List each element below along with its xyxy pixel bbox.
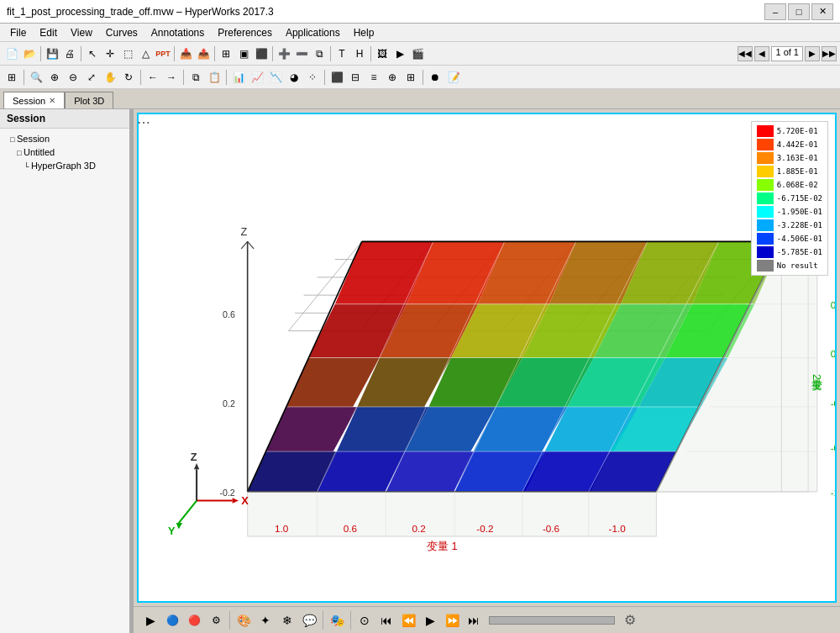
zoom-fit-icon[interactable]: ⤢: [83, 69, 100, 86]
select-all-icon[interactable]: ⊞: [3, 69, 20, 86]
zoom-in-icon[interactable]: ⊕: [46, 69, 63, 86]
minimize-button[interactable]: –: [764, 3, 786, 20]
bar-icon[interactable]: 📉: [267, 69, 284, 86]
toolbar-2: ⊞ 🔍 ⊕ ⊖ ⤢ ✋ ↻ ← → ⧉ 📋 📊 📈 📉 ◕ ⁘ ⬛ ⊟ ≡ ⊕ …: [0, 66, 840, 89]
video-icon[interactable]: ▶: [391, 45, 408, 62]
copy-icon[interactable]: ⧉: [187, 69, 204, 86]
move-icon[interactable]: ✛: [102, 45, 118, 62]
duplicate-page-icon[interactable]: ⧉: [311, 45, 328, 62]
overlay-icon[interactable]: ⊕: [384, 69, 401, 86]
menu-item-annotations[interactable]: Annotations: [144, 25, 211, 40]
zoom-out-icon[interactable]: ⊖: [65, 69, 81, 86]
tree-item-hypergraph[interactable]: └ HyperGraph 3D: [3, 159, 126, 172]
plot-btn1[interactable]: ⊙: [354, 610, 375, 630]
plot-ff-icon[interactable]: ⏭: [464, 610, 484, 630]
script-icon[interactable]: 📝: [445, 69, 462, 86]
menu-item-file[interactable]: File: [3, 25, 33, 40]
stack-icon[interactable]: ≡: [365, 69, 382, 86]
split-icon[interactable]: ⊟: [347, 69, 364, 86]
plot-color-icon[interactable]: 🎨: [234, 610, 254, 630]
plot-icon[interactable]: 📊: [230, 69, 247, 86]
tile-icon[interactable]: ⊞: [402, 69, 419, 86]
legend-label: No result: [777, 261, 818, 270]
sidebar-header: Session: [0, 109, 129, 129]
menu-item-applications[interactable]: Applications: [279, 25, 347, 40]
zoom-icon[interactable]: 🔍: [28, 69, 45, 86]
menu-item-curves[interactable]: Curves: [99, 25, 144, 40]
svg-text:0.2: 0.2: [831, 349, 835, 360]
add-page-icon[interactable]: ➕: [276, 45, 292, 62]
scatter-icon[interactable]: ⁘: [304, 69, 321, 86]
next-page[interactable]: ▶: [805, 46, 820, 61]
delete-page-icon[interactable]: ➖: [293, 45, 310, 62]
tab-plot3d[interactable]: Plot 3D: [65, 92, 113, 108]
chart-icon[interactable]: 📈: [249, 69, 265, 86]
window-icon[interactable]: ⬛: [328, 69, 345, 86]
legend-color-box: [757, 246, 774, 258]
export-icon[interactable]: 📤: [195, 45, 212, 62]
tree-item-untitled[interactable]: □ Untitled: [3, 145, 126, 159]
import-icon[interactable]: 📥: [177, 45, 194, 62]
svg-text:Y: Y: [168, 525, 176, 537]
plot-icon3[interactable]: ⚙: [206, 610, 226, 630]
plot-rewind-icon[interactable]: ⏮: [376, 610, 396, 630]
plot-viewport[interactable]: 1.0 0.6 0.2 -0.2 -0.6 -1.0 -1.0 -0.6 -0.…: [137, 113, 837, 603]
tree-expand-untitled[interactable]: □: [17, 149, 24, 157]
tab-session-close[interactable]: ✕: [49, 96, 55, 105]
plot-icon2[interactable]: 🔴: [184, 610, 204, 630]
svg-text:0.6: 0.6: [344, 523, 357, 534]
layout2-icon[interactable]: ⬛: [253, 45, 270, 62]
ppt-icon[interactable]: PPT: [155, 45, 171, 62]
plot-step-fwd-icon[interactable]: ⏩: [442, 610, 462, 630]
maximize-button[interactable]: □: [788, 3, 810, 20]
tree-expand-session[interactable]: □: [10, 135, 17, 144]
plot-slider[interactable]: [489, 616, 615, 625]
sidebar: Session □ Session □ Untitled └ HyperGrap…: [0, 109, 130, 633]
tree-item-session[interactable]: □ Session: [3, 132, 126, 145]
paste-icon[interactable]: 📋: [206, 69, 223, 86]
plot-icon1[interactable]: 🔵: [162, 610, 182, 630]
text-icon[interactable]: T: [333, 45, 350, 62]
new-icon[interactable]: 📄: [3, 45, 20, 62]
header-icon[interactable]: H: [351, 45, 368, 62]
shape-icon[interactable]: △: [137, 45, 154, 62]
select-icon[interactable]: ⬚: [119, 45, 136, 62]
plot-step-back-icon[interactable]: ⏪: [398, 610, 418, 630]
prev-page[interactable]: ◀: [754, 46, 769, 61]
tab-session[interactable]: Session ✕: [3, 92, 65, 108]
open-icon[interactable]: 📂: [21, 45, 38, 62]
forward-icon[interactable]: →: [163, 69, 180, 86]
window-controls: – □ ✕: [764, 3, 833, 20]
plot-palette-icon[interactable]: 🎭: [327, 610, 347, 630]
svg-text:变量 1: 变量 1: [427, 540, 458, 552]
image-icon[interactable]: 🖼: [374, 45, 391, 62]
dots-menu-icon[interactable]: ⋯: [137, 114, 150, 130]
legend-label: 4.442E-01: [777, 140, 818, 149]
media-icon[interactable]: 🎬: [409, 45, 426, 62]
print-icon[interactable]: 🖨: [61, 45, 78, 62]
legend-label: 5.720E-01: [777, 127, 818, 135]
grid-icon[interactable]: ⊞: [218, 45, 234, 62]
menu-item-view[interactable]: View: [64, 25, 99, 40]
prev-page-start[interactable]: ◀◀: [738, 46, 753, 61]
pie-icon[interactable]: ◕: [286, 69, 302, 86]
gear-button[interactable]: ⚙: [620, 610, 640, 630]
rotate-icon[interactable]: ↻: [120, 69, 137, 86]
pan-icon[interactable]: ✋: [102, 69, 118, 86]
plot-comment-icon[interactable]: 💬: [299, 610, 319, 630]
plot-star-icon[interactable]: ✦: [255, 610, 276, 630]
layout1-icon[interactable]: ▣: [235, 45, 252, 62]
next-page-end[interactable]: ▶▶: [822, 46, 837, 61]
menu-bar: FileEditViewCurvesAnnotationsPreferences…: [0, 24, 840, 42]
save-icon[interactable]: 💾: [44, 45, 60, 62]
menu-item-edit[interactable]: Edit: [33, 25, 64, 40]
plot-play-icon[interactable]: ▶: [140, 610, 160, 630]
cursor-icon[interactable]: ↖: [84, 45, 101, 62]
back-icon[interactable]: ←: [144, 69, 161, 86]
record-icon[interactable]: ⏺: [427, 69, 444, 86]
menu-item-preferences[interactable]: Preferences: [211, 25, 279, 40]
close-button[interactable]: ✕: [811, 3, 833, 20]
plot-snowflake-icon[interactable]: ❄: [277, 610, 297, 630]
menu-item-help[interactable]: Help: [347, 25, 381, 40]
plot-play-pause-icon[interactable]: ▶: [420, 610, 440, 630]
